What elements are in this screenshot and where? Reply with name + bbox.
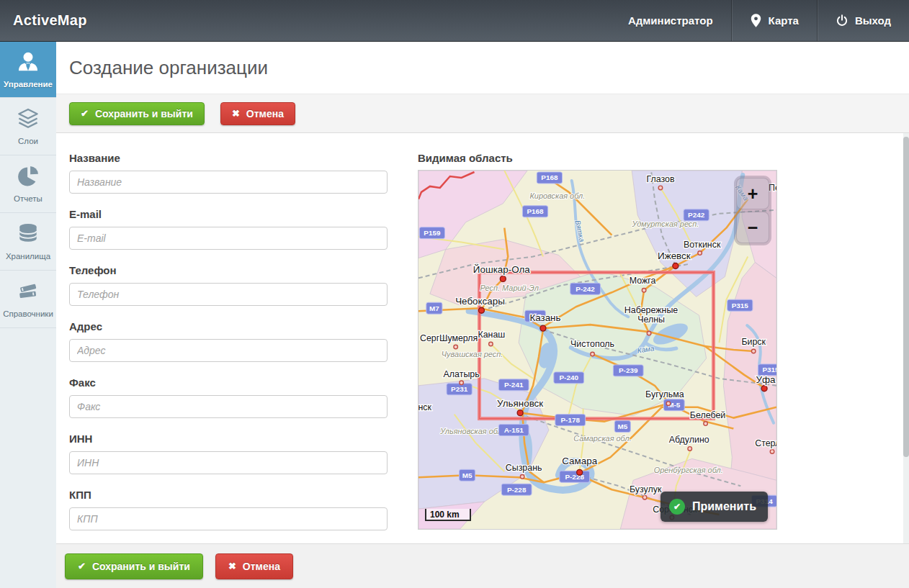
svg-text:Чебоксары: Чебоксары — [455, 296, 505, 307]
zoom-out-button[interactable]: − — [736, 212, 769, 243]
svg-text:Канаш: Канаш — [478, 330, 505, 340]
map-city: Шумерля — [439, 333, 478, 349]
page-header: Создание организации — [56, 42, 909, 94]
page-title: Создание организации — [56, 57, 268, 79]
logout-link[interactable]: Выход — [818, 0, 909, 41]
svg-text:Абдулино: Абдулино — [669, 435, 709, 445]
sidebar-item-reports[interactable]: Отчеты — [0, 155, 56, 213]
svg-text:М7: М7 — [429, 304, 439, 312]
svg-text:М5: М5 — [462, 471, 473, 479]
svg-text:Р315: Р315 — [762, 366, 776, 374]
svg-text:Р315: Р315 — [732, 302, 749, 309]
svg-text:Шумерля: Шумерля — [439, 333, 478, 343]
phone-input[interactable] — [69, 283, 388, 306]
svg-text:Алатырь: Алатырь — [444, 369, 480, 379]
app-logo: ActiveMap — [0, 12, 87, 29]
svg-text:Р242: Р242 — [688, 211, 705, 219]
field-label: E-mail — [69, 208, 388, 220]
svg-text:Самара: Самара — [562, 456, 597, 466]
road-badge: М7 — [426, 302, 442, 314]
name-input[interactable] — [69, 171, 388, 194]
svg-text:Бузулук: Бузулук — [630, 484, 662, 494]
top-toolbar: ✔ Сохранить и выйти ✖ Отмена — [56, 94, 909, 133]
road-badge: Р-242 — [570, 283, 601, 294]
field-phone: Телефон — [69, 264, 388, 306]
zoom-in-button[interactable]: + — [736, 178, 769, 209]
road-badge: Р315 — [727, 299, 753, 311]
layers-icon — [15, 106, 41, 132]
region-label: Ульяновская обл. — [439, 427, 504, 435]
cancel-button-bottom[interactable]: ✖ Отмена — [215, 553, 293, 579]
scrollbar-thumb[interactable] — [903, 137, 909, 457]
user-name: Администратор — [610, 0, 731, 41]
visible-area-panel: Видимая область — [418, 152, 777, 530]
check-icon: ✔ — [78, 561, 86, 571]
cross-icon: ✖ — [228, 561, 236, 571]
road-badge: М5 — [614, 421, 630, 433]
svg-text:Р168: Р168 — [541, 173, 558, 181]
field-email: E-mail — [69, 208, 388, 250]
inn-input[interactable] — [69, 451, 388, 474]
map-city: Саранск — [418, 402, 431, 412]
pie-chart-icon — [15, 163, 41, 189]
top-bar: ActiveMap Администратор Карта Выход — [0, 0, 909, 42]
address-input[interactable] — [69, 339, 388, 362]
svg-text:Р-239: Р-239 — [619, 366, 638, 374]
sidebar-item-storages[interactable]: Хранилища — [0, 213, 56, 271]
email-input[interactable] — [69, 227, 388, 250]
location-pin-icon — [750, 13, 762, 28]
map-zoom-controls: + − — [734, 176, 771, 245]
road-badge: Р-228 — [501, 484, 532, 495]
field-label: КПП — [69, 489, 388, 501]
region-label: Оренбургская обл. — [654, 466, 723, 474]
map-city: Канаш — [478, 330, 505, 346]
sidebar-item-label: Управление — [4, 80, 53, 89]
sidebar-item-label: Справочники — [3, 309, 53, 318]
region-label: Самарская обл. — [573, 434, 631, 443]
cross-icon: ✖ — [232, 108, 240, 119]
kpp-input[interactable] — [69, 507, 388, 530]
fax-input[interactable] — [69, 395, 388, 418]
road-badge: Р-241 — [498, 379, 529, 391]
sidebar-item-label: Хранилища — [6, 252, 50, 261]
svg-text:М5: М5 — [617, 422, 627, 430]
apply-button[interactable]: ✔ Применить — [661, 492, 768, 522]
svg-text:Воткинск: Воткинск — [684, 240, 721, 250]
books-icon — [15, 279, 41, 304]
svg-text:Глазов: Глазов — [646, 174, 674, 184]
svg-text:Р-228: Р-228 — [507, 486, 527, 494]
sidebar-item-management[interactable]: Управление — [0, 42, 56, 98]
svg-text:Ульяновск: Ульяновск — [497, 398, 543, 409]
field-label: Название — [69, 152, 388, 164]
road-badge: Р-239 — [613, 365, 643, 376]
map-link[interactable]: Карта — [732, 0, 817, 41]
svg-text:Чистополь: Чистополь — [570, 339, 614, 349]
bottom-toolbar: ✔ Сохранить и выйти ✖ Отмена — [56, 543, 909, 588]
svg-text:Р-241: Р-241 — [504, 381, 524, 389]
vertical-scrollbar[interactable] — [903, 133, 909, 543]
save-button-bottom[interactable]: ✔ Сохранить и выйти — [65, 553, 203, 579]
road-badge: Р168 — [537, 172, 562, 184]
save-button[interactable]: ✔ Сохранить и выйти — [69, 102, 205, 125]
field-name: Название — [69, 152, 388, 194]
field-inn: ИНН — [69, 433, 388, 474]
check-icon: ✔ — [81, 108, 89, 119]
form-content: Название E-mail Телефон Адрес Факс ИНН — [56, 133, 909, 543]
road-badge: Р231 — [447, 384, 472, 395]
field-label: Телефон — [69, 264, 388, 276]
svg-text:Р-178: Р-178 — [560, 416, 580, 424]
svg-text:А-151: А-151 — [504, 426, 524, 434]
svg-text:Казань: Казань — [529, 312, 560, 323]
map-viewport[interactable]: Кировская обл.Удмуртская респ.Респ. Мари… — [418, 170, 777, 530]
topbar-menu: Администратор Карта Выход — [610, 0, 909, 41]
cancel-button[interactable]: ✖ Отмена — [220, 102, 295, 125]
field-label: Факс — [69, 376, 388, 389]
road-badge: А-151 — [498, 425, 529, 436]
svg-text:Белебей: Белебей — [690, 410, 725, 420]
field-kpp: КПП — [69, 489, 388, 530]
road-badge: М5 — [460, 469, 475, 481]
svg-text:Ижевск: Ижевск — [658, 250, 691, 261]
svg-text:Сызрань: Сызрань — [506, 463, 542, 473]
sidebar-item-layers[interactable]: Слои — [0, 98, 56, 155]
sidebar-item-directories[interactable]: Справочники — [0, 271, 56, 328]
